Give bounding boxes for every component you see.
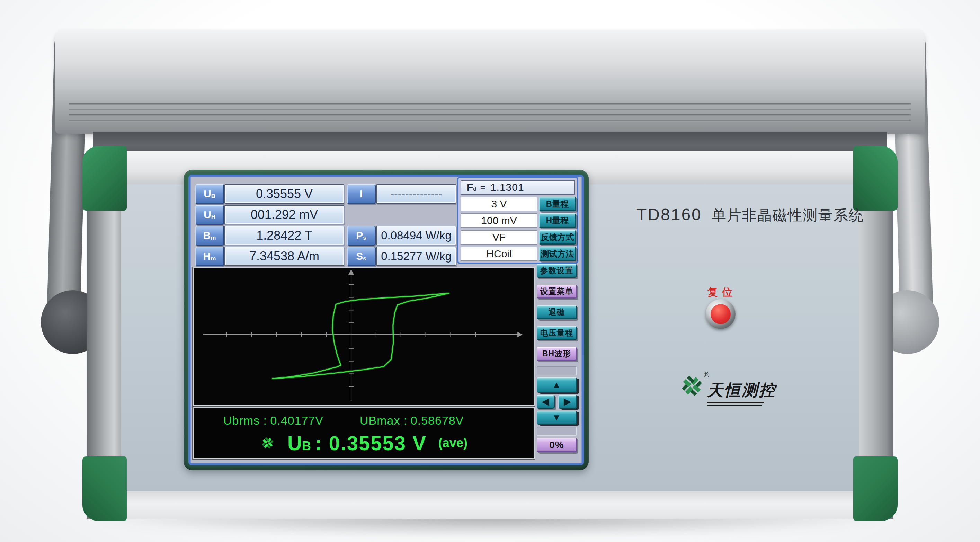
- h-range-button[interactable]: H量程: [539, 213, 576, 228]
- fd-settings-panel: Fd = 1.1301 3 V B量程 100 mV H量程 VF 反馈方式 H…: [457, 176, 578, 264]
- device-title: TD8160 单片非晶磁性测量系统: [636, 205, 864, 225]
- arrow-right-button[interactable]: ▶: [558, 395, 577, 408]
- device-title-chinese: 单片非晶磁性测量系统: [712, 206, 864, 225]
- touchscreen-frame: UB 0.35555 V UH 001.292 mV Bm 1.28422 T …: [188, 175, 584, 466]
- ub-main-readout: U B : 0.35553 V (ave): [194, 428, 534, 458]
- bh-waveform-button[interactable]: BH波形: [537, 347, 577, 361]
- handle-groove: [69, 103, 911, 105]
- bh-curve-plot: [194, 269, 534, 405]
- feedback-mode-button[interactable]: 反馈方式: [539, 230, 576, 245]
- measurement-ui: UB 0.35555 V UH 001.292 mV Bm 1.28422 T …: [191, 176, 582, 463]
- feedback-mode-value[interactable]: VF: [461, 230, 538, 245]
- handle-groove: [69, 120, 911, 122]
- handle-groove: [69, 114, 911, 116]
- reset-button-core[interactable]: [711, 304, 731, 324]
- i-value: --------------: [376, 184, 457, 203]
- i-label-button[interactable]: I: [347, 184, 376, 204]
- touchscreen-bezel: UB 0.35555 V UH 001.292 mV Bm 1.28422 T …: [183, 170, 589, 470]
- ubmax-readout: UBmax : 0.58678V: [360, 414, 464, 428]
- ss-label-button[interactable]: Ss: [347, 246, 376, 266]
- test-method-button[interactable]: 测试方法: [539, 246, 576, 261]
- zero-percent-button[interactable]: 0%: [537, 438, 577, 452]
- bm-label-button[interactable]: Bm: [195, 226, 224, 246]
- uh-label-button[interactable]: UH: [195, 205, 224, 225]
- test-method-value[interactable]: HCoil: [461, 246, 538, 261]
- ub-label-button[interactable]: UB: [195, 184, 224, 204]
- arrow-up-button[interactable]: ▲: [537, 377, 577, 393]
- settings-menu-button[interactable]: 设置菜单: [537, 285, 577, 299]
- arrow-down-button[interactable]: ▼: [537, 411, 577, 424]
- b-range-button[interactable]: B量程: [539, 197, 576, 211]
- carry-handle: [56, 30, 924, 134]
- corner-protector-bottom-right: [853, 456, 897, 521]
- voltage-range-button[interactable]: 电压量程: [537, 326, 577, 340]
- brand-underline: [707, 405, 762, 406]
- ubrms-readout: Ubrms : 0.40177V: [223, 414, 323, 428]
- brand-name: 天恒测控: [707, 380, 776, 401]
- reset-label: 复位: [687, 285, 757, 300]
- ub-value: 0.35555 V: [224, 184, 344, 203]
- fd-readout: Fd = 1.1301: [461, 180, 575, 195]
- brand-underline: [707, 402, 764, 404]
- corner-protector-bottom-left: [83, 456, 127, 521]
- case-bottom-silver-band: [89, 491, 891, 519]
- bm-value: 1.28422 T: [224, 226, 344, 245]
- bottom-display: Ubrms : 0.40177V UBmax : 0.58678V: [192, 407, 535, 459]
- demagnetize-button[interactable]: 退磁: [537, 305, 577, 319]
- registered-mark: ®: [704, 370, 709, 380]
- reset-button[interactable]: [706, 299, 735, 329]
- empty-button-slot: [537, 427, 577, 436]
- ub-main-value: U B : 0.35553 V: [288, 432, 426, 455]
- h-range-value[interactable]: 100 mV: [461, 213, 538, 228]
- b-range-value[interactable]: 3 V: [461, 197, 538, 211]
- uh-value: 001.292 mV: [224, 205, 344, 224]
- brand-pinwheel-icon: [678, 370, 706, 401]
- handle-groove: [69, 109, 911, 110]
- ub-ave-suffix: (ave): [438, 436, 468, 450]
- display-pinwheel-icon: [260, 435, 276, 451]
- bh-curve-display: [192, 267, 535, 406]
- empty-button-slot: [537, 366, 577, 375]
- arrow-left-button[interactable]: ◀: [537, 395, 555, 408]
- corner-protector-top-left: [83, 146, 127, 211]
- param-setup-button[interactable]: 参数设置: [537, 264, 577, 278]
- brand-logo: ® 天恒测控: [678, 370, 792, 416]
- corner-protector-top-right: [853, 146, 897, 211]
- ps-label-button[interactable]: Ps: [347, 226, 376, 246]
- ps-value: 0.08494 W/kg: [376, 226, 457, 245]
- hm-value: 7.34538 A/m: [224, 246, 344, 266]
- hm-label-button[interactable]: Hm: [195, 246, 224, 266]
- ss-value: 0.15277 W/kg: [376, 246, 457, 266]
- instrument-photo: TD8160 单片非晶磁性测量系统 复位 ® 天恒测控: [0, 0, 980, 542]
- device-model: TD8160: [636, 205, 702, 224]
